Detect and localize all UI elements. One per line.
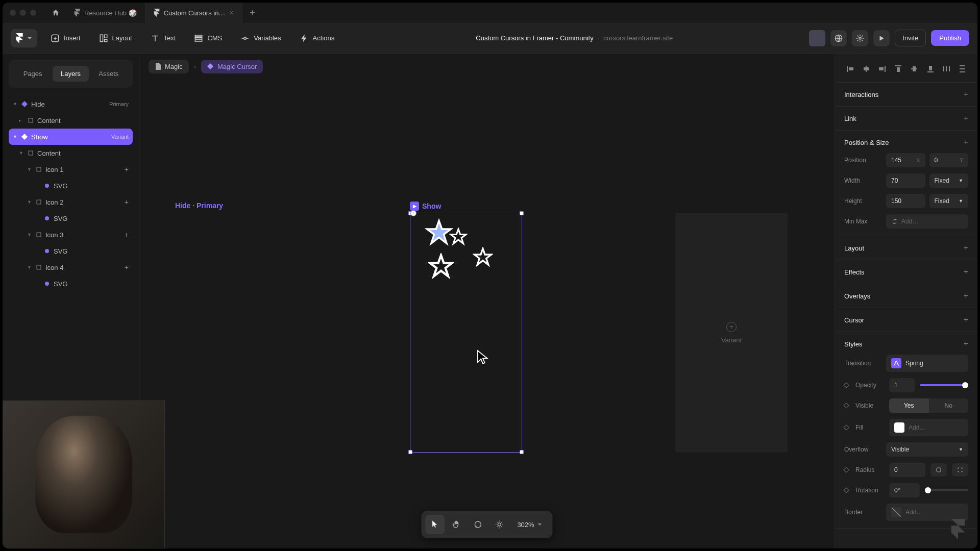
align-right[interactable]: [876, 63, 888, 75]
layer-show[interactable]: ▼ Show Variant: [9, 129, 133, 145]
keyframe-icon[interactable]: [843, 467, 849, 472]
width-mode-dropdown[interactable]: Fixed▼: [929, 173, 969, 188]
radius-mode-1[interactable]: [930, 463, 947, 477]
transition-input[interactable]: Spring: [886, 355, 968, 372]
height-input[interactable]: 150: [886, 194, 925, 208]
keyframe-icon[interactable]: [843, 424, 849, 430]
visible-no[interactable]: No: [929, 398, 969, 413]
align-bottom[interactable]: [924, 63, 937, 75]
visible-yes[interactable]: Yes: [889, 398, 929, 413]
cms-button[interactable]: CMS: [189, 30, 227, 47]
position-y-input[interactable]: 0Y: [929, 153, 969, 167]
add-icon[interactable]: +: [125, 165, 129, 173]
traffic-close[interactable]: [10, 10, 16, 16]
canvas-frame-show[interactable]: +: [410, 213, 522, 453]
align-top[interactable]: [892, 63, 904, 75]
resize-handle[interactable]: [520, 450, 524, 454]
variant-label-hide[interactable]: Hide · Primary: [175, 202, 223, 210]
add-icon[interactable]: +: [125, 198, 129, 206]
add-style[interactable]: +: [964, 339, 968, 348]
tool-hand[interactable]: [447, 515, 466, 534]
rotation-slider[interactable]: [925, 489, 968, 491]
border-input[interactable]: Add…: [886, 504, 968, 521]
new-tab-button[interactable]: +: [242, 3, 263, 23]
close-icon[interactable]: ×: [229, 9, 233, 17]
distribute-v[interactable]: [956, 63, 968, 75]
radius-input[interactable]: 0: [889, 463, 925, 477]
tool-select[interactable]: [425, 515, 445, 534]
home-button[interactable]: [45, 3, 66, 23]
invite-button[interactable]: Invite: [895, 30, 926, 46]
prop-label: Width: [844, 177, 881, 184]
add-cursor[interactable]: +: [964, 315, 968, 324]
svg-rect-1: [100, 35, 103, 42]
add-interaction[interactable]: +: [964, 90, 968, 99]
tool-theme[interactable]: [489, 515, 509, 534]
user-avatar[interactable]: [809, 30, 825, 46]
layer-icon1[interactable]: ▼ Icon 1 +: [9, 161, 133, 178]
tab-pages[interactable]: Pages: [15, 66, 51, 82]
svg-rect-10: [29, 118, 33, 122]
framer-menu-button[interactable]: [11, 29, 37, 47]
height-mode-dropdown[interactable]: Fixed▼: [929, 194, 969, 208]
tab-layers[interactable]: Layers: [53, 66, 88, 82]
keyframe-icon[interactable]: [843, 487, 849, 493]
add-overlay[interactable]: +: [964, 291, 968, 300]
minmax-input[interactable]: Add…: [886, 214, 968, 229]
keyframe-icon[interactable]: [843, 382, 849, 388]
keyframe-icon[interactable]: [843, 403, 849, 408]
layer-hide[interactable]: ▼ Hide Primary: [9, 96, 133, 112]
add-layout[interactable]: +: [964, 243, 968, 253]
overflow-dropdown[interactable]: Visible▼: [886, 442, 968, 457]
zoom-control[interactable]: 302%: [511, 521, 548, 529]
add-variant-placeholder[interactable]: + Variant: [675, 213, 788, 453]
layer-svg[interactable]: SVG: [9, 178, 133, 194]
add-constraint[interactable]: +: [964, 138, 968, 147]
actions-button[interactable]: Actions: [295, 30, 340, 47]
align-h-center[interactable]: [860, 63, 872, 75]
add-icon[interactable]: +: [125, 231, 129, 239]
layer-icon3[interactable]: ▼ Icon 3 +: [9, 227, 133, 243]
variables-button[interactable]: Variables: [235, 30, 286, 47]
play-button[interactable]: [873, 30, 890, 46]
insert-button[interactable]: Insert: [45, 30, 86, 47]
width-input[interactable]: 70: [886, 173, 925, 188]
layer-svg[interactable]: SVG: [9, 243, 133, 259]
position-x-input[interactable]: 145X: [886, 153, 925, 167]
add-link[interactable]: +: [964, 114, 968, 123]
fill-input[interactable]: Add…: [889, 419, 968, 436]
tool-comment[interactable]: [468, 515, 487, 534]
radius-mode-2[interactable]: [952, 463, 968, 477]
layer-icon4[interactable]: ▼ Icon 4 +: [9, 259, 133, 276]
tab-resource-hub[interactable]: Resource Hub 🎲: [66, 3, 145, 23]
opacity-slider[interactable]: [920, 384, 968, 386]
layer-content[interactable]: ▸ Content: [9, 112, 133, 129]
publish-button[interactable]: Publish: [931, 30, 969, 46]
resize-handle[interactable]: [408, 450, 412, 454]
align-left[interactable]: [844, 63, 856, 75]
opacity-input[interactable]: 1: [889, 378, 915, 392]
breadcrumb-magic-cursor[interactable]: Magic Cursor: [201, 60, 263, 73]
tab-assets[interactable]: Assets: [91, 66, 127, 82]
variant-label-show[interactable]: ▶ Show: [410, 202, 441, 211]
traffic-max[interactable]: [30, 10, 36, 16]
project-url[interactable]: cursors.learnframer.site: [603, 34, 673, 42]
layout-button[interactable]: Layout: [94, 30, 137, 47]
add-variant-handle[interactable]: +: [410, 210, 416, 216]
tab-custom-cursors[interactable]: Custom Cursors in… ×: [145, 3, 242, 23]
layer-content-2[interactable]: ▼ Content: [9, 145, 133, 161]
rotation-input[interactable]: 0°: [889, 483, 920, 497]
layer-icon2[interactable]: ▼ Icon 2 +: [9, 194, 133, 210]
add-icon[interactable]: +: [125, 263, 129, 271]
traffic-min[interactable]: [20, 10, 26, 16]
layer-svg[interactable]: SVG: [9, 210, 133, 227]
globe-button[interactable]: [830, 30, 847, 46]
layer-svg[interactable]: SVG: [9, 276, 133, 292]
breadcrumb-magic[interactable]: Magic: [149, 60, 189, 73]
resize-handle[interactable]: [520, 211, 524, 215]
distribute-h[interactable]: [940, 63, 952, 75]
text-button[interactable]: Text: [145, 30, 181, 47]
settings-button[interactable]: [852, 30, 868, 46]
align-v-center[interactable]: [908, 63, 920, 75]
add-effect[interactable]: +: [964, 267, 968, 277]
